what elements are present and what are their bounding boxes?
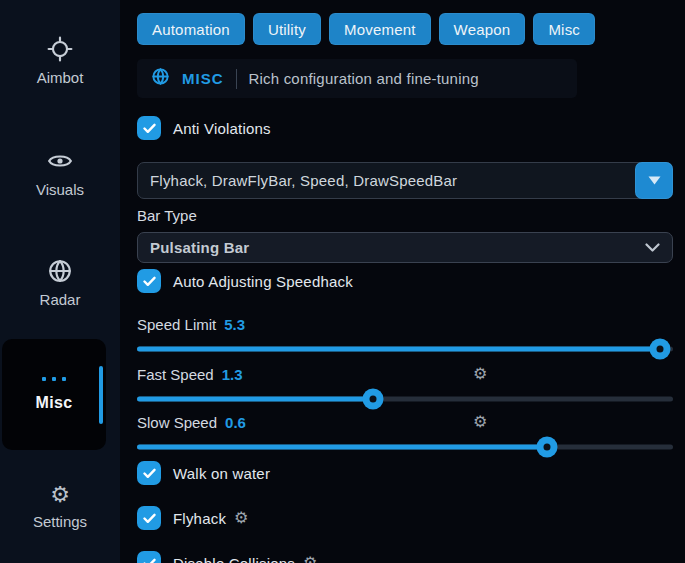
walk-on-water-checkbox[interactable]: [137, 461, 161, 485]
speed-limit-slider-group: Speed Limit 5.3: [137, 315, 673, 359]
slider-label-row: Slow Speed 0.6 ⚙: [137, 413, 673, 431]
gear-icon: ⚙: [50, 484, 70, 506]
tab-automation[interactable]: Automation: [137, 13, 245, 45]
slider-thumb[interactable]: [537, 437, 558, 458]
sidebar-item-misc[interactable]: Misc: [2, 339, 106, 450]
bar-multiselect[interactable]: Flyhack, DrawFlyBar, Speed, DrawSpeedBar: [137, 162, 673, 199]
slider-label-row: Speed Limit 5.3: [137, 315, 673, 333]
slow-speed-slider-group: Slow Speed 0.6 ⚙: [137, 413, 673, 457]
sidebar-item-label: Radar: [40, 291, 81, 308]
check-icon: [143, 513, 156, 524]
fast-speed-slider[interactable]: [137, 389, 673, 409]
gear-icon[interactable]: ⚙: [234, 509, 249, 527]
active-indicator-bar: [99, 366, 103, 424]
tab-misc[interactable]: Misc: [533, 13, 595, 45]
bar-type-select[interactable]: Pulsating Bar: [137, 232, 673, 263]
anti-violations-row: Anti Violations: [137, 116, 673, 140]
sidebar-item-radar[interactable]: Radar: [0, 258, 120, 308]
disable-collisions-row: Disable Collisions ⚙: [137, 551, 673, 563]
disable-collisions-checkbox[interactable]: [137, 551, 161, 563]
checkbox-label: Walk on water: [173, 465, 270, 482]
slow-speed-slider[interactable]: [137, 437, 673, 457]
sidebar-item-visuals[interactable]: Visuals: [0, 148, 120, 198]
speed-limit-slider[interactable]: [137, 339, 673, 359]
slider-track-fill: [137, 445, 547, 450]
divider: [236, 69, 237, 89]
gear-icon[interactable]: ⚙: [473, 413, 487, 431]
section-subtitle: Rich configuration and fine-tuning: [249, 70, 479, 87]
globe-icon: [151, 67, 170, 90]
gear-icon[interactable]: ⚙: [473, 365, 487, 383]
fast-speed-slider-group: Fast Speed 1.3 ⚙: [137, 365, 673, 409]
sidebar: Aimbot Visuals Radar Misc ⚙ Settings: [0, 0, 120, 563]
check-icon: [143, 123, 156, 134]
multiselect-value: Flyhack, DrawFlyBar, Speed, DrawSpeedBar: [138, 172, 636, 189]
walk-on-water-row: Walk on water: [137, 461, 673, 485]
anti-violations-checkbox[interactable]: [137, 116, 161, 140]
checkbox-label: Flyhack ⚙: [173, 509, 249, 527]
sidebar-item-label: Visuals: [36, 181, 84, 198]
tab-utility[interactable]: Utility: [253, 13, 321, 45]
globe-icon: [47, 258, 73, 284]
eye-icon: [47, 148, 73, 174]
multiselect-dropdown-button[interactable]: [635, 162, 673, 199]
crosshair-icon: [47, 36, 73, 62]
sidebar-item-settings[interactable]: ⚙ Settings: [0, 484, 120, 530]
checkbox-label-text: Disable Collisions: [173, 555, 295, 563]
auto-adjusting-row: Auto Adjusting Speedhack: [137, 269, 673, 293]
dots-icon: [42, 377, 66, 381]
slider-value: 1.3: [222, 366, 243, 383]
slider-thumb[interactable]: [649, 339, 670, 360]
slider-label-row: Fast Speed 1.3 ⚙: [137, 365, 673, 383]
sidebar-item-aimbot[interactable]: Aimbot: [0, 36, 120, 86]
gear-icon[interactable]: ⚙: [303, 554, 318, 563]
tab-weapon[interactable]: Weapon: [439, 13, 526, 45]
auto-adjusting-checkbox[interactable]: [137, 269, 161, 293]
check-icon: [143, 468, 156, 479]
slider-thumb[interactable]: [362, 389, 383, 410]
slider-value: 5.3: [224, 316, 245, 333]
sidebar-item-label: Misc: [36, 394, 73, 412]
checkbox-label-text: Flyhack: [173, 510, 226, 527]
flyhack-row: Flyhack ⚙: [137, 506, 673, 530]
section-title: MISC: [182, 70, 224, 87]
slider-track-fill: [137, 347, 660, 352]
flyhack-checkbox[interactable]: [137, 506, 161, 530]
main-panel: Automation Utility Movement Weapon Misc …: [120, 0, 685, 563]
tab-movement[interactable]: Movement: [329, 13, 431, 45]
checkbox-label: Anti Violations: [173, 120, 271, 137]
check-icon: [143, 558, 156, 563]
tab-bar: Automation Utility Movement Weapon Misc: [137, 13, 673, 45]
section-header: MISC Rich configuration and fine-tuning: [137, 59, 577, 98]
slider-label: Speed Limit: [137, 316, 216, 333]
slider-track-fill: [137, 397, 373, 402]
check-icon: [143, 276, 156, 287]
checkbox-label: Disable Collisions ⚙: [173, 554, 318, 563]
sidebar-item-label: Aimbot: [37, 69, 84, 86]
triangle-down-icon: [648, 176, 661, 185]
chevron-down-icon: [645, 243, 660, 252]
sidebar-item-label: Settings: [33, 513, 87, 530]
slider-label: Slow Speed: [137, 414, 217, 431]
select-value: Pulsating Bar: [150, 239, 249, 256]
slider-value: 0.6: [225, 414, 246, 431]
slider-label: Fast Speed: [137, 366, 214, 383]
checkbox-label: Auto Adjusting Speedhack: [173, 273, 353, 290]
bar-type-label: Bar Type: [137, 207, 673, 225]
